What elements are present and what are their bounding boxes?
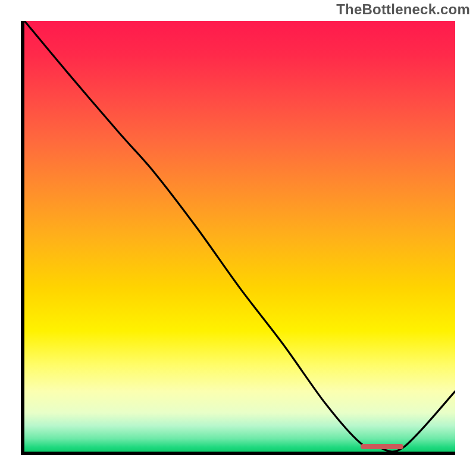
plot-area — [24, 21, 455, 452]
bottleneck-curve — [24, 21, 455, 452]
optimal-range-marker — [361, 444, 403, 449]
watermark-text: TheBottleneck.com — [336, 1, 470, 18]
plot-axes — [21, 21, 455, 455]
chart-container: TheBottleneck.com — [0, 0, 476, 476]
